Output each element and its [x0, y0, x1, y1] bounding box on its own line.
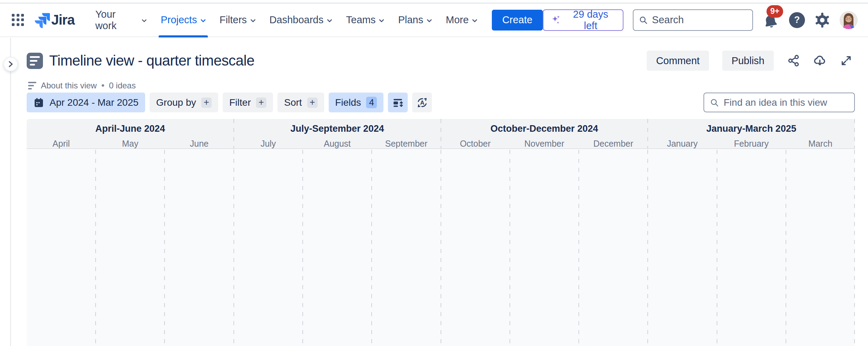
chevron-down-icon [201, 19, 206, 23]
export-button[interactable] [813, 54, 826, 67]
date-range-button[interactable]: Apr 2024 - Mar 2025 [27, 93, 145, 112]
quarter-label: April-June 2024 [27, 123, 234, 134]
global-search-input[interactable] [652, 14, 747, 26]
publish-button[interactable]: Publish [722, 51, 774, 71]
timeline-body[interactable] [27, 150, 855, 346]
month-label: June [165, 139, 234, 149]
nav-item-filters[interactable]: Filters [213, 3, 263, 37]
notifications-button[interactable]: 9+ [762, 11, 780, 29]
chevron-right-icon [9, 61, 13, 67]
month-label: February [717, 139, 786, 149]
meta-separator: • [101, 80, 104, 91]
quarter-gridline [647, 119, 648, 148]
sort-button[interactable]: Sort + [277, 93, 324, 112]
month-gridline [441, 150, 441, 346]
search-icon [710, 98, 719, 107]
svg-text:A: A [420, 100, 424, 106]
nav-item-more[interactable]: More [439, 3, 484, 37]
plus-icon: + [201, 97, 212, 108]
timeline-grid: April-June 2024 April May June July-Sept… [27, 119, 855, 346]
description-icon [28, 82, 36, 89]
chevron-down-icon [379, 19, 384, 23]
find-idea-search [703, 93, 855, 112]
fields-count-badge: 4 [366, 97, 377, 108]
month-label: May [96, 139, 165, 149]
quarter-column: October-December 2024 October November D… [441, 119, 648, 148]
nav-item-your-work[interactable]: Your work [88, 3, 154, 37]
nav-item-teams[interactable]: Teams [339, 3, 391, 37]
cloud-download-icon [813, 54, 826, 67]
month-label: October [441, 139, 510, 149]
sidebar-expand-button[interactable] [3, 57, 18, 71]
view-header: Timeline view - quarter timescale Commen… [27, 49, 855, 73]
month-label: September [372, 139, 441, 149]
nav-item-dashboards[interactable]: Dashboards [263, 3, 339, 37]
about-this-view-link[interactable]: About this view [41, 81, 97, 90]
row-display-settings-button[interactable] [388, 93, 408, 112]
app-switcher-icon[interactable] [12, 14, 24, 26]
settings-button[interactable] [814, 12, 830, 28]
help-button[interactable]: ? [789, 12, 805, 28]
nav-right-cluster: 29 days left 9+ ? [543, 9, 858, 31]
quarter-gridline [854, 119, 855, 148]
sidebar-divider [10, 38, 11, 346]
month-gridline [717, 150, 717, 346]
global-search [633, 9, 753, 31]
quarter-label: January-March 2025 [648, 123, 855, 134]
quarter-label: October-December 2024 [441, 123, 648, 134]
group-by-button[interactable]: Group by + [150, 93, 218, 112]
jira-wordmark: Jira [51, 12, 74, 28]
view-actions: Comment Publish [647, 51, 855, 71]
sparkle-icon [551, 15, 561, 26]
month-gridline [233, 150, 234, 346]
auto-sort-a-icon: A [416, 96, 428, 109]
timeline-header: April-June 2024 April May June July-Sept… [27, 119, 855, 149]
main-content: Timeline view - quarter timescale Commen… [27, 38, 855, 346]
view-meta: About this view • 0 ideas [28, 80, 136, 91]
trial-days-left-button[interactable]: 29 days left [543, 9, 623, 31]
auto-arrange-button[interactable]: A [412, 93, 432, 112]
expand-icon [840, 55, 852, 67]
ideas-count: 0 ideas [109, 81, 136, 90]
question-mark-icon: ? [794, 15, 800, 25]
month-gridline [786, 150, 786, 346]
user-avatar[interactable] [840, 11, 858, 29]
share-button[interactable] [787, 54, 800, 67]
calendar-icon [33, 97, 44, 108]
gear-icon [814, 12, 830, 28]
month-gridline [578, 150, 579, 346]
share-icon [787, 54, 800, 67]
quarter-column: April-June 2024 April May June [27, 119, 234, 148]
month-gridline [371, 150, 372, 346]
view-toolbar: Apr 2024 - Mar 2025 Group by + Filter + … [27, 93, 855, 112]
fields-button[interactable]: Fields 4 [329, 93, 384, 112]
quarter-column: January-March 2025 January February Marc… [648, 119, 855, 148]
nav-item-projects[interactable]: Projects [154, 3, 213, 37]
jira-logo[interactable]: Jira [34, 12, 74, 28]
fullscreen-button[interactable] [840, 54, 853, 67]
quarter-gridline [233, 119, 234, 148]
month-gridline [510, 150, 510, 346]
comment-button[interactable]: Comment [647, 51, 709, 71]
month-label: March [786, 139, 855, 149]
top-nav: Jira Your work Projects Filters Dashboar… [0, 3, 868, 37]
chevron-down-icon [327, 19, 332, 23]
month-gridline [854, 150, 855, 346]
month-label: December [579, 139, 648, 149]
search-icon [639, 15, 648, 25]
timeline-view-icon [27, 53, 43, 69]
month-gridline [302, 150, 303, 346]
plus-icon: + [256, 97, 266, 108]
notifications-count-badge: 9+ [767, 5, 783, 18]
month-label: November [510, 139, 579, 149]
create-button[interactable]: Create [492, 10, 543, 31]
month-label: January [648, 139, 717, 149]
plus-icon: + [307, 97, 318, 108]
nav-item-plans[interactable]: Plans [391, 3, 439, 37]
find-idea-input[interactable] [724, 97, 848, 108]
month-label: April [27, 139, 96, 149]
jira-logo-icon [34, 12, 50, 28]
chevron-down-icon [250, 19, 256, 23]
filter-button[interactable]: Filter + [223, 93, 273, 112]
avatar-photo [840, 11, 858, 29]
